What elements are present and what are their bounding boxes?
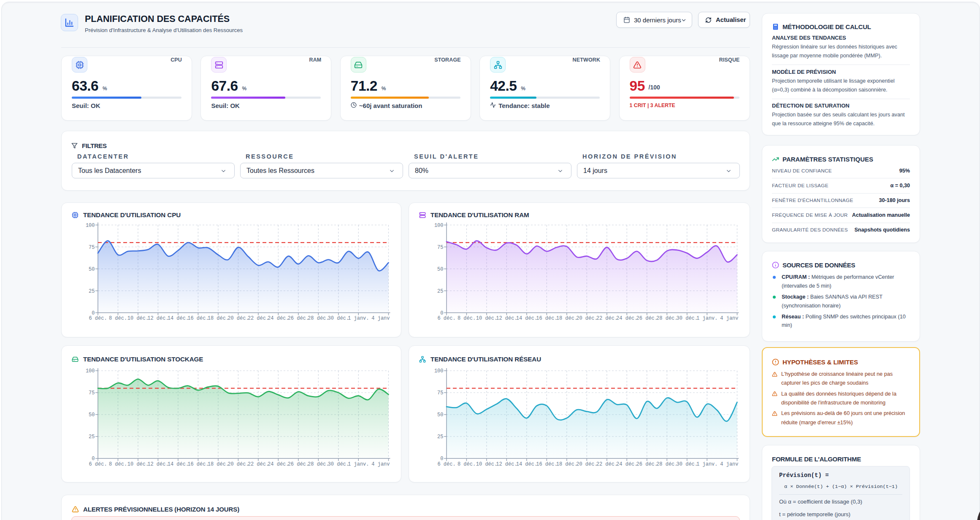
svg-text:4 janv: 4 janv — [720, 461, 738, 467]
svg-text:28 déc.: 28 déc. — [656, 461, 677, 467]
svg-text:6 déc.: 6 déc. — [437, 461, 455, 467]
svg-text:12 déc.: 12 déc. — [496, 461, 517, 467]
svg-text:24 déc.: 24 déc. — [616, 461, 637, 467]
svg-text:14 déc.: 14 déc. — [516, 461, 537, 467]
svg-text:1 janv.: 1 janv. — [696, 461, 717, 467]
svg-text:50: 50 — [437, 412, 443, 418]
svg-text:18 déc.: 18 déc. — [556, 461, 577, 467]
svg-text:10 déc.: 10 déc. — [476, 461, 497, 467]
svg-text:26 déc.: 26 déc. — [636, 461, 658, 467]
svg-text:25: 25 — [437, 434, 443, 440]
svg-text:8 déc.: 8 déc. — [458, 461, 476, 467]
svg-text:16 déc.: 16 déc. — [536, 461, 557, 467]
svg-text:22 déc.: 22 déc. — [596, 461, 617, 467]
svg-text:30 déc.: 30 déc. — [677, 461, 698, 467]
svg-text:20 déc.: 20 déc. — [576, 461, 597, 467]
svg-text:100: 100 — [434, 368, 444, 374]
svg-text:75: 75 — [437, 390, 443, 396]
